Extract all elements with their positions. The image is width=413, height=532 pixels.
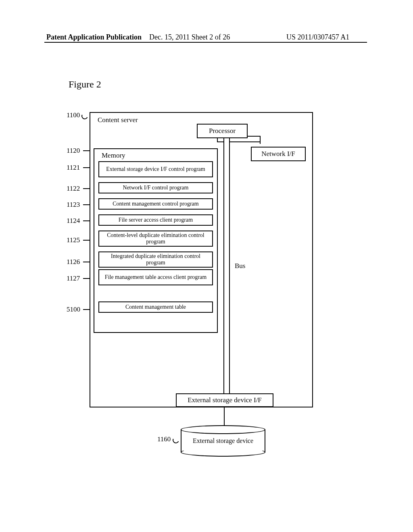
external-storage-if-box: External storage device I/F — [176, 393, 273, 407]
header-rule — [44, 42, 367, 43]
header-date-sheet: Dec. 15, 2011 Sheet 2 of 26 — [149, 33, 230, 42]
ref-5100: 5100 — [67, 305, 80, 314]
ref-1100: 1100 — [67, 111, 80, 119]
program-content-level-dedup: Content-level duplicate elimination cont… — [98, 231, 213, 247]
content-server-box: Content server Bus Processor Network I/F… — [90, 112, 313, 407]
content-server-label: Content server — [98, 116, 138, 124]
header-pubnum: US 2011/0307457 A1 — [286, 33, 349, 42]
leader-icon — [172, 436, 180, 445]
bus-vertical — [223, 136, 230, 400]
connector-line — [224, 407, 225, 427]
processor-box: Processor — [197, 124, 248, 138]
cylinder-bottom — [181, 448, 265, 457]
program-integrated-dedup: Integrated duplicate elimination control… — [98, 251, 213, 268]
ref-1121: 1121 — [67, 164, 80, 172]
memory-label: Memory — [102, 152, 125, 160]
ref-1120: 1120 — [67, 147, 80, 155]
ref-1126: 1126 — [67, 258, 80, 266]
ref-1160: 1160 — [157, 435, 171, 443]
external-storage-label: External storage device — [181, 437, 265, 445]
program-file-server-access-client: File server access client program — [98, 214, 213, 226]
bus-label: Bus — [235, 262, 245, 270]
ref-1125: 1125 — [67, 236, 80, 244]
network-if-box: Network I/F — [251, 147, 306, 161]
header-publication: Patent Application Publication — [46, 33, 142, 42]
leader-icon — [81, 112, 89, 121]
ref-1127: 1127 — [67, 274, 80, 283]
cylinder-top — [181, 425, 265, 434]
ref-1122: 1122 — [67, 185, 80, 193]
external-storage-cylinder: External storage device — [181, 425, 265, 457]
page: Patent Application Publication Dec. 15, … — [0, 0, 413, 532]
figure-title: Figure 2 — [69, 79, 101, 90]
program-content-mgmt-control: Content management control program — [98, 198, 213, 210]
ref-1124: 1124 — [67, 217, 80, 225]
memory-box: Memory External storage device I/F contr… — [94, 148, 218, 333]
ref-1123: 1123 — [67, 201, 80, 209]
content-management-table: Content management table — [98, 301, 213, 313]
program-ext-storage-if-control: External storage device I/F control prog… — [98, 161, 213, 177]
program-network-if-control: Network I/F control program — [98, 182, 213, 193]
program-file-mgmt-table-access-client: File management table access client prog… — [98, 269, 213, 285]
